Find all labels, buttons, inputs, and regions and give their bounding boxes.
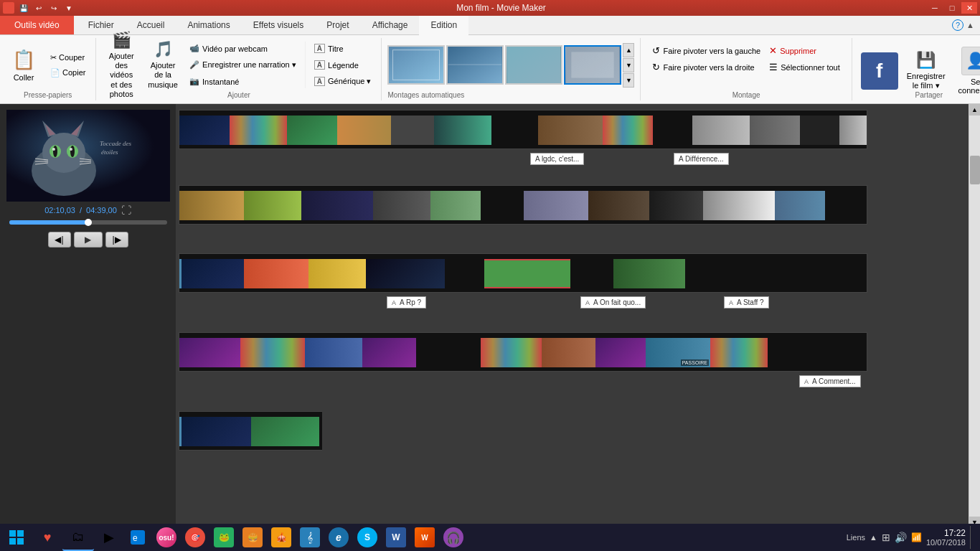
segment-3-3[interactable] bbox=[308, 259, 366, 288]
segment-3-5[interactable] bbox=[445, 259, 484, 288]
scroll-up-btn[interactable]: ▲ bbox=[969, 104, 980, 116]
taskbar-ie-btn[interactable]: e bbox=[325, 524, 352, 551]
tray-arrow-btn[interactable]: ▲ bbox=[870, 533, 877, 542]
window-close-btn[interactable]: ✕ bbox=[961, 2, 977, 14]
taskbar-osu-btn[interactable]: osu! bbox=[153, 524, 180, 551]
segment-4-3[interactable] bbox=[305, 338, 362, 367]
taskbar-word-btn[interactable]: W bbox=[382, 524, 410, 551]
taskbar-app1-btn[interactable]: 🎯 bbox=[182, 524, 209, 551]
montage-scroll-expand-btn[interactable]: ▼ bbox=[623, 73, 634, 88]
se-connecter-btn[interactable]: 👤 Seconnecter bbox=[954, 44, 980, 98]
taskbar-windows-btn[interactable]: e bbox=[124, 524, 151, 551]
segment-4-5[interactable] bbox=[416, 338, 481, 367]
taskbar-app3-btn[interactable]: 🍔 bbox=[239, 524, 266, 551]
segment-2-1[interactable] bbox=[179, 191, 244, 220]
label-difference[interactable]: A Différence... bbox=[674, 153, 729, 165]
segment-1-6[interactable] bbox=[434, 116, 491, 145]
segment-4-1[interactable] bbox=[179, 338, 240, 367]
segment-1-3[interactable] bbox=[287, 116, 337, 145]
generique-btn[interactable]: A Générique ▾ bbox=[310, 75, 376, 88]
tab-accueil[interactable]: Accueil bbox=[126, 16, 176, 34]
window-maximize-btn[interactable]: □ bbox=[944, 2, 960, 14]
segment-5-1[interactable] bbox=[179, 417, 251, 446]
faire-pivoter-droite-btn[interactable]: ↻ Faire pivoter vers la droite bbox=[649, 60, 763, 74]
label-lgdc[interactable]: A lgdc, c'est... bbox=[530, 153, 584, 165]
timeline-scrollbar[interactable]: ▲ ▼ bbox=[969, 104, 980, 528]
segment-4-4[interactable] bbox=[362, 338, 416, 367]
quick-save-btn[interactable]: 💾 bbox=[17, 1, 30, 14]
play-btn[interactable]: ▶ bbox=[74, 232, 103, 248]
segment-2-7[interactable] bbox=[524, 191, 588, 220]
timeline-strip-5[interactable] bbox=[179, 411, 322, 451]
montage-thumb-2[interactable] bbox=[446, 45, 504, 85]
segment-3-6[interactable] bbox=[484, 259, 570, 288]
segment-3-7[interactable] bbox=[570, 259, 613, 288]
show-desktop-btn[interactable] bbox=[970, 526, 974, 549]
fullscreen-btn[interactable]: ⛶ bbox=[121, 204, 131, 216]
taskbar-app2-btn[interactable]: 🐸 bbox=[210, 524, 237, 551]
ajouter-musique-btn[interactable]: 🎵 Ajouter de lamusique bbox=[145, 42, 181, 88]
segment-4-9[interactable]: PASSOIRE bbox=[646, 338, 710, 367]
segment-5-2[interactable] bbox=[251, 417, 319, 446]
start-button[interactable] bbox=[1, 524, 32, 551]
ribbon-collapse-btn[interactable]: ▲ bbox=[966, 21, 974, 29]
montage-scroll-up-btn[interactable]: ▲ bbox=[623, 43, 634, 57]
label-on-fait-quoi[interactable]: A A On fait quo... bbox=[580, 296, 646, 309]
video-webcam-btn[interactable]: 📹 Vidéo par webcam bbox=[185, 42, 301, 55]
tab-outils-video[interactable]: Outils vidéo bbox=[3, 16, 71, 34]
segment-2-3[interactable] bbox=[301, 191, 373, 220]
taskbar-winamp-btn[interactable]: W bbox=[411, 524, 438, 551]
taskbar-app4-btn[interactable]: 🎪 bbox=[268, 524, 295, 551]
timeline-strip-2[interactable] bbox=[179, 185, 867, 225]
segment-1-11[interactable] bbox=[692, 116, 750, 145]
segment-4-8[interactable] bbox=[595, 338, 646, 367]
tab-edition[interactable]: Edition bbox=[419, 16, 468, 35]
segment-1-13[interactable] bbox=[800, 116, 839, 145]
segment-4-7[interactable] bbox=[542, 338, 595, 367]
segment-2-4[interactable] bbox=[373, 191, 430, 220]
timeline-area[interactable]: A lgdc, c'est... A Différence... bbox=[176, 104, 969, 528]
seek-bar[interactable] bbox=[9, 220, 167, 225]
enregistrer-film-btn[interactable]: 💾 Enregistrerle film ▾ bbox=[903, 48, 950, 93]
quick-undo-btn[interactable]: ↩ bbox=[32, 1, 45, 14]
quick-menu-btn[interactable]: ▼ bbox=[62, 1, 75, 14]
label-comment[interactable]: A A Comment... bbox=[799, 375, 861, 387]
segment-2-2[interactable] bbox=[244, 191, 301, 220]
segment-2-9[interactable] bbox=[649, 191, 703, 220]
taskbar-heart-app[interactable]: ♥ bbox=[34, 524, 61, 551]
montage-thumb-3[interactable] bbox=[505, 45, 562, 85]
segment-2-6[interactable] bbox=[481, 191, 524, 220]
montage-thumb-1[interactable] bbox=[387, 45, 445, 85]
segment-3-8[interactable] bbox=[613, 259, 685, 288]
tray-volume-icon[interactable]: 🔊 bbox=[895, 532, 907, 543]
segment-3-2[interactable] bbox=[244, 259, 308, 288]
segment-1-2[interactable] bbox=[230, 116, 287, 145]
tab-projet[interactable]: Projet bbox=[315, 16, 360, 34]
legende-btn[interactable]: A Légende bbox=[310, 58, 376, 72]
narration-btn[interactable]: 🎤 Enregistrer une narration ▾ bbox=[185, 58, 301, 72]
taskbar-media-btn[interactable]: ▶ bbox=[95, 524, 123, 551]
segment-3-4[interactable] bbox=[366, 259, 445, 288]
label-rp[interactable]: A A Rp ? bbox=[387, 296, 426, 309]
segment-1-1[interactable] bbox=[179, 116, 230, 145]
tab-effets-visuels[interactable]: Effets visuels bbox=[242, 16, 315, 34]
segment-1-10[interactable] bbox=[653, 116, 692, 145]
timeline-strip-4[interactable]: PASSOIRE bbox=[179, 332, 867, 372]
segment-4-2[interactable] bbox=[240, 338, 305, 367]
segment-4-10[interactable] bbox=[710, 338, 768, 367]
ajouter-videos-btn[interactable]: 🎬 Ajouter des vidéoset des photos bbox=[102, 42, 141, 88]
segment-1-14[interactable] bbox=[839, 116, 867, 145]
selectionner-tout-btn[interactable]: ☰ Sélectionner tout bbox=[766, 60, 843, 74]
coller-btn[interactable]: 📋 Coller bbox=[6, 44, 42, 87]
taskbar-skype-btn[interactable]: S bbox=[354, 524, 381, 551]
taskbar-musescore-btn[interactable]: 𝄞 bbox=[296, 524, 324, 551]
prev-frame-btn[interactable]: ◀| bbox=[48, 232, 71, 248]
faire-pivoter-gauche-btn[interactable]: ↺ Faire pivoter vers la gauche bbox=[649, 44, 763, 57]
segment-1-4[interactable] bbox=[337, 116, 391, 145]
system-clock[interactable]: 17:22 10/07/2018 bbox=[926, 528, 966, 547]
segment-1-5[interactable] bbox=[391, 116, 434, 145]
next-frame-btn[interactable]: |▶ bbox=[105, 232, 128, 248]
montage-scroll-down-btn[interactable]: ▼ bbox=[623, 58, 634, 72]
segment-2-5[interactable] bbox=[430, 191, 481, 220]
segment-1-8[interactable] bbox=[538, 116, 603, 145]
